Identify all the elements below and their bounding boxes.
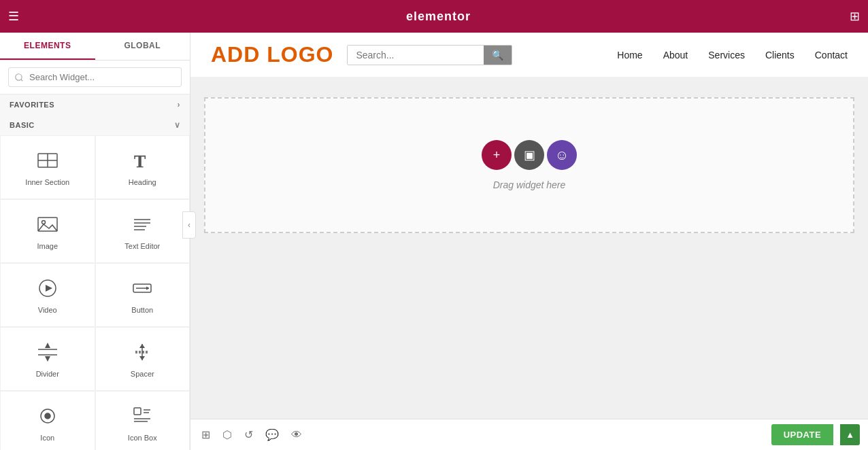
favorites-chevron-icon: › [178,100,181,109]
tab-elements[interactable]: ELEMENTS [0,33,95,60]
grid-icon[interactable]: ⊞ [850,9,860,24]
icon-box-label: Icon Box [128,434,157,442]
panel-tabs: ELEMENTS GLOBAL [0,33,190,60]
site-search-button[interactable]: 🔍 [484,46,512,65]
basic-label: BASIC [10,121,35,129]
text-editor-label: Text Editor [124,242,160,250]
left-panel: ELEMENTS GLOBAL FAVORITES › BASIC ∨ [0,33,190,450]
add-section-button[interactable]: + [482,140,512,170]
video-icon [35,276,60,300]
basic-section-header[interactable]: BASIC ∨ [0,115,190,135]
spacer-label: Spacer [131,370,154,378]
canvas-content: + ▣ ☺ Drag widget here [190,77,868,419]
site-search: 🔍 [347,45,512,65]
drop-zone[interactable]: + ▣ ☺ Drag widget here [204,97,854,233]
svg-rect-4 [38,218,57,231]
svg-rect-25 [134,408,141,415]
widget-image[interactable]: Image [0,199,95,263]
drop-zone-buttons: + ▣ ☺ [482,140,577,170]
feedback-icon[interactable]: 💬 [263,426,282,444]
video-label: Video [38,306,57,314]
main-layout: ELEMENTS GLOBAL FAVORITES › BASIC ∨ [0,33,868,450]
button-icon [130,276,154,300]
svg-marker-15 [45,343,50,348]
svg-point-5 [41,221,45,224]
widget-icon[interactable]: Icon [0,391,95,450]
update-button[interactable]: UPDATE [771,424,833,445]
history-icon[interactable]: ↺ [241,426,256,444]
image-icon [35,212,60,237]
grid-layout-icon[interactable]: ⊞ [199,426,213,444]
template-button[interactable]: ☺ [547,140,577,170]
svg-marker-20 [139,356,145,360]
icon-box-icon [130,404,154,428]
basic-chevron-icon: ∨ [174,120,181,130]
nav-clients[interactable]: Clients [765,50,795,60]
update-arrow-button[interactable]: ▲ [840,424,860,445]
widget-button[interactable]: Button [95,263,190,327]
favorites-label: FAVORITES [10,101,54,109]
widget-inner-section[interactable]: Inner Section [0,135,95,199]
tab-global[interactable]: GLOBAL [95,33,190,60]
site-header: ADD LOGO 🔍 Home About Services Clients C… [190,33,868,77]
button-label: Button [131,306,153,314]
canvas-area: ADD LOGO 🔍 Home About Services Clients C… [190,33,868,450]
text-editor-icon [130,212,154,237]
nav-contact[interactable]: Contact [815,50,848,60]
nav-home[interactable]: Home [617,50,642,60]
nav-about[interactable]: About [663,50,688,60]
heading-icon: T [130,148,154,173]
site-logo: ADD LOGO [211,42,333,67]
divider-icon [35,340,60,364]
top-bar: ☰ elementor ⊞ [0,0,868,33]
site-search-input[interactable] [348,46,484,65]
widget-video[interactable]: Video [0,263,95,327]
widget-grid: Inner Section T Heading [0,135,190,450]
svg-marker-17 [45,356,50,362]
spacer-icon [130,340,154,364]
layers-icon[interactable]: ⬡ [220,426,235,444]
inner-section-icon [35,148,60,173]
widget-heading[interactable]: T Heading [95,135,190,199]
divider-label: Divider [36,370,59,378]
widget-search-container [0,60,190,94]
folder-button[interactable]: ▣ [514,140,544,170]
site-nav: Home About Services Clients Contact [617,50,848,60]
favorites-section-header[interactable]: FAVORITES › [0,94,190,115]
drop-zone-label: Drag widget here [493,179,566,190]
icon-widget-icon [35,404,60,428]
widget-text-editor[interactable]: Text Editor [95,199,190,263]
inner-section-label: Inner Section [25,178,69,186]
widget-spacer[interactable]: Spacer [95,327,190,391]
svg-text:T: T [134,152,146,171]
icon-label: Icon [40,434,54,442]
widget-icon-box[interactable]: Icon Box [95,391,190,450]
search-input[interactable] [8,67,182,87]
svg-point-24 [45,413,50,419]
collapse-handle[interactable]: ‹ [182,211,196,239]
elementor-logo: elementor [27,10,850,24]
bottom-bar: ⊞ ⬡ ↺ 💬 👁 UPDATE ▲ [190,419,868,450]
heading-label: Heading [129,178,156,186]
svg-marker-11 [46,285,52,292]
hamburger-icon[interactable]: ☰ [8,9,19,24]
widget-divider[interactable]: Divider [0,327,95,391]
nav-services[interactable]: Services [708,50,745,60]
image-label: Image [37,242,58,250]
preview-icon[interactable]: 👁 [288,426,305,444]
svg-marker-19 [139,344,145,348]
